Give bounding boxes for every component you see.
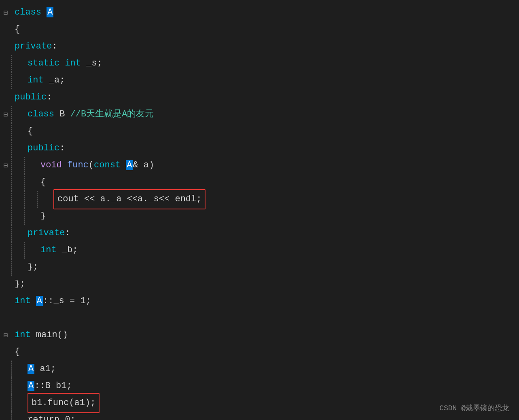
code-content: { bbox=[37, 174, 519, 191]
indent-guide bbox=[24, 157, 37, 174]
code-line: static int _s; bbox=[0, 55, 519, 72]
highlight-box: cout << a._a <<a._s<< endl; bbox=[53, 189, 205, 209]
indent-guide bbox=[24, 174, 37, 191]
fold-icon[interactable]: ⊟ bbox=[0, 8, 11, 17]
code-line: } bbox=[0, 208, 519, 225]
token: A bbox=[28, 381, 34, 391]
code-line: cout << a._a <<a._s<< endl; bbox=[0, 191, 519, 208]
code-content: return 0; bbox=[24, 412, 519, 420]
token: cout << a._a <<a._s<< endl; bbox=[57, 194, 201, 204]
token: A bbox=[28, 364, 34, 374]
indent-guide bbox=[11, 395, 24, 412]
token: _b; bbox=[57, 245, 78, 255]
indent-guide bbox=[11, 208, 24, 225]
code-line: ⊟void func(const A& a) bbox=[0, 157, 519, 174]
indent-guide bbox=[11, 157, 24, 174]
token: public bbox=[15, 92, 47, 102]
code-content: void func(const A& a) bbox=[37, 157, 519, 174]
token: _a; bbox=[44, 75, 65, 85]
fold-icon[interactable]: ⊟ bbox=[0, 110, 11, 119]
token: int bbox=[28, 75, 44, 85]
code-content: class B //B天生就是A的友元 bbox=[24, 106, 519, 123]
indent-guide bbox=[11, 106, 24, 123]
code-content: A a1; bbox=[24, 361, 519, 378]
code-line: }; bbox=[0, 276, 519, 293]
code-content: private: bbox=[11, 38, 519, 55]
token: int bbox=[40, 245, 57, 255]
fold-icon[interactable]: ⊟ bbox=[0, 331, 11, 340]
code-line bbox=[0, 310, 519, 327]
code-line: ⊟int main() bbox=[0, 327, 519, 344]
token: A bbox=[126, 160, 133, 170]
indent-guide bbox=[11, 55, 24, 72]
token: { bbox=[28, 126, 33, 136]
token: b1.func(a1); bbox=[32, 398, 95, 408]
token: { bbox=[15, 24, 20, 34]
indent-guide bbox=[24, 208, 37, 225]
indent-guide bbox=[11, 191, 24, 208]
code-line: public: bbox=[0, 140, 519, 157]
indent-guide bbox=[11, 259, 24, 276]
code-content: } bbox=[37, 208, 519, 225]
code-line: private: bbox=[0, 38, 519, 55]
token: : bbox=[65, 228, 70, 238]
token: { bbox=[40, 177, 46, 187]
token: { bbox=[15, 347, 20, 357]
code-line: A::B b1; bbox=[0, 378, 519, 395]
code-content: public: bbox=[11, 89, 519, 106]
token: ::B b1; bbox=[34, 381, 72, 391]
token: return 0; bbox=[28, 415, 76, 420]
code-content: }; bbox=[11, 276, 519, 293]
token: ( bbox=[89, 160, 94, 170]
code-line: { bbox=[0, 344, 519, 361]
code-line: }; bbox=[0, 259, 519, 276]
code-line: A a1; bbox=[0, 361, 519, 378]
indent-guide bbox=[24, 191, 37, 208]
token: const bbox=[94, 160, 126, 170]
token: int bbox=[65, 58, 81, 68]
indent-guide bbox=[11, 72, 24, 89]
token: : bbox=[47, 92, 52, 102]
indent-guide bbox=[11, 378, 24, 395]
code-content: { bbox=[11, 344, 519, 361]
code-editor: ⊟class A{private:static int _s;int _a;pu… bbox=[0, 0, 519, 420]
code-content: class A bbox=[11, 4, 519, 21]
fold-icon[interactable]: ⊟ bbox=[0, 161, 11, 170]
token: : bbox=[59, 143, 65, 153]
indent-guide bbox=[11, 242, 24, 259]
indent-guide bbox=[11, 140, 24, 157]
token: static bbox=[28, 58, 65, 68]
token: func bbox=[67, 160, 89, 170]
code-content: }; bbox=[24, 259, 519, 276]
code-content: int _b; bbox=[37, 242, 519, 259]
token: class bbox=[28, 109, 59, 119]
token bbox=[31, 296, 36, 306]
code-content: int A::_s = 1; bbox=[11, 293, 519, 310]
code-line: int A::_s = 1; bbox=[0, 293, 519, 310]
token: B bbox=[59, 109, 70, 119]
code-line: public: bbox=[0, 89, 519, 106]
token: private bbox=[15, 41, 52, 51]
code-content: A::B b1; bbox=[24, 378, 519, 395]
code-line: int _a; bbox=[0, 72, 519, 89]
code-line: { bbox=[0, 174, 519, 191]
indent-guide bbox=[11, 225, 24, 242]
token: class bbox=[15, 7, 47, 17]
code-content: private: bbox=[24, 225, 519, 242]
token: int bbox=[15, 296, 31, 306]
token: private bbox=[28, 228, 65, 238]
code-content: int main() bbox=[11, 327, 519, 344]
token: & a) bbox=[133, 160, 154, 170]
indent-guide bbox=[11, 412, 24, 420]
token: ::_s = 1; bbox=[43, 296, 91, 306]
code-content: static int _s; bbox=[24, 55, 519, 72]
token: //B天生就是A的友元 bbox=[70, 109, 154, 119]
highlight-box: b1.func(a1); bbox=[28, 393, 100, 413]
token: }; bbox=[28, 262, 38, 272]
token: public bbox=[28, 143, 59, 153]
token: void bbox=[40, 160, 67, 170]
indent-guide bbox=[24, 242, 37, 259]
code-line: { bbox=[0, 123, 519, 140]
code-line: int _b; bbox=[0, 242, 519, 259]
code-content: public: bbox=[24, 140, 519, 157]
